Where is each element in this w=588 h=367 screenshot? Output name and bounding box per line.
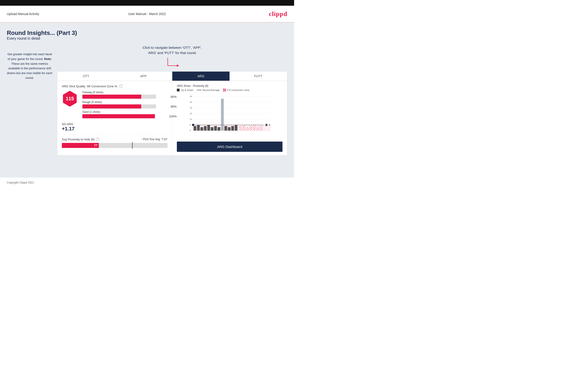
annotation-area: Click to navigate between 'OTT', 'APP','… — [57, 45, 287, 55]
svg-rect-34 — [246, 127, 249, 131]
arg-dashboard-button[interactable]: ARG Dashboard — [177, 142, 283, 152]
tab-ott[interactable]: OTT — [57, 72, 115, 81]
bar-rough-label: Rough (5 shots) — [82, 100, 167, 104]
svg-rect-37 — [257, 127, 259, 131]
upload-label[interactable]: Upload Manual Activity — [7, 12, 39, 16]
bar-sand-track — [82, 114, 155, 118]
svg-text:5: 5 — [190, 124, 191, 126]
sg-section: SG ARG +1.17 — [62, 122, 167, 132]
annotation-text: Click to navigate between 'OTT', 'APP','… — [143, 45, 202, 55]
svg-rect-28 — [225, 126, 227, 131]
prox-label: Avg Proximity to Hole (ft) — [62, 138, 95, 141]
annotation-arrow — [163, 57, 182, 70]
svg-text:15: 15 — [190, 112, 192, 115]
bar-sand-fill — [82, 114, 155, 118]
content-layout: Get greater insight into each facet of y… — [7, 45, 287, 155]
bar-sand-label: Sand (1 shots) — [82, 110, 167, 114]
shot-quality-title: ARG Shot Quality — [62, 84, 85, 88]
svg-text:25: 25 — [190, 101, 192, 103]
svg-rect-35 — [250, 126, 252, 131]
hexagon-badge: 115 — [62, 91, 78, 107]
hex-row: 115 Fairway (5 shots) 80% — [62, 91, 167, 120]
bar-rough-track — [82, 104, 156, 108]
bars-col: Fairway (5 shots) 80% — [82, 91, 167, 120]
card-body: ARG Shot Quality 6ft Conversion Zone % ?… — [57, 81, 287, 155]
insight-note: Note: — [44, 57, 52, 61]
arrow-container — [57, 57, 287, 70]
svg-rect-36 — [253, 125, 256, 131]
tab-putt[interactable]: PUTT — [230, 72, 287, 81]
footer: Copyright Clippd 2021 — [0, 178, 294, 188]
svg-rect-33 — [243, 125, 245, 131]
bar-rough: Rough (5 shots) 80% — [82, 100, 167, 108]
tab-bar: OTT APP ARG PUTT — [57, 72, 287, 81]
svg-marker-2 — [177, 65, 179, 67]
svg-rect-27 — [221, 99, 224, 131]
header: Upload Manual Activity User Manual - Mar… — [0, 6, 294, 23]
svg-rect-32 — [239, 126, 242, 131]
shot-quality-header: ARG Shot Quality 6ft Conversion Zone % ? — [62, 84, 167, 88]
svg-rect-21 — [200, 127, 203, 131]
prox-title: Avg Proximity to Hole (ft) ? — [62, 137, 99, 141]
tab-arg[interactable]: ARG — [172, 72, 230, 81]
legend: Up & Down Round Average 6 ft conversion … — [177, 89, 283, 92]
svg-text:10: 10 — [190, 118, 192, 120]
prox-header: Avg Proximity to Hole (ft) ? ↑ PGA Tour … — [62, 137, 167, 141]
left-panel: ARG Shot Quality 6ft Conversion Zone % ?… — [57, 81, 172, 155]
sg-label: SG ARG — [62, 122, 167, 126]
right-panel: ARG Shots - Proximity (ft) Up & Down Rou… — [172, 81, 287, 155]
right-col: Click to navigate between 'OTT', 'APP','… — [57, 45, 287, 155]
help-icon[interactable]: ? — [119, 84, 123, 88]
svg-rect-29 — [228, 127, 231, 131]
bar-fairway-fill — [82, 95, 141, 99]
tab-app[interactable]: APP — [115, 72, 172, 81]
legend-hatch-icon — [223, 89, 226, 92]
svg-rect-23 — [208, 125, 210, 131]
prox-bar-track: 77' — [62, 143, 167, 148]
main-content: Round Insights... (Part 3) Every round i… — [0, 23, 294, 178]
legend-round-avg: Round Average — [197, 89, 220, 92]
svg-text:30: 30 — [190, 95, 192, 98]
legend-dark-icon — [177, 89, 180, 92]
svg-text:8: 8 — [269, 124, 270, 126]
bar-sand-pct: 100% — [169, 115, 177, 118]
legend-up-down: Up & Down — [177, 89, 193, 92]
legend-conversion-label: 6 ft conversion zone — [227, 89, 249, 92]
prox-help-icon[interactable]: ? — [96, 137, 99, 141]
bar-fairway-track — [82, 95, 156, 99]
page-subtitle: Every round in detail — [7, 36, 287, 41]
legend-conversion: 6 ft conversion zone — [223, 89, 249, 92]
cursor-line — [132, 142, 133, 149]
top-bar — [0, 0, 294, 6]
svg-rect-20 — [197, 125, 200, 131]
pga-avg: ↑ PGA Tour Avg: 7'10" — [141, 138, 167, 141]
legend-dashed-icon — [197, 90, 201, 90]
header-center: User Manual - March 2022 — [128, 12, 166, 16]
page-title: Round Insights... (Part 3) — [7, 29, 287, 36]
sg-value: +1.17 — [62, 126, 167, 132]
insight-box: Get greater insight into each facet of y… — [7, 52, 52, 81]
title-area: Round Insights... (Part 3) Every round i… — [7, 29, 287, 41]
copyright: Copyright Clippd 2021 — [7, 181, 34, 184]
svg-text:0: 0 — [190, 129, 191, 132]
left-col: Get greater insight into each facet of y… — [7, 45, 52, 81]
chart-area: 30 25 20 15 10 5 0 — [177, 94, 283, 139]
legend-round-avg-label: Round Average — [203, 89, 220, 92]
logo: clippd — [269, 10, 287, 17]
bar-sand: Sand (1 shots) 100% — [82, 110, 167, 118]
svg-rect-38 — [260, 126, 263, 131]
prox-bar-value: 77' — [94, 144, 98, 147]
bar-rough-fill — [82, 104, 141, 108]
svg-rect-25 — [214, 126, 217, 131]
bar-rough-pct: 80% — [171, 105, 177, 108]
svg-text:20: 20 — [190, 107, 192, 109]
svg-point-40 — [192, 124, 194, 126]
chart-header: ARG Shots - Proximity (ft) Up & Down Rou… — [177, 84, 283, 92]
conversion-label: 6ft Conversion Zone % — [87, 84, 117, 88]
svg-rect-19 — [194, 126, 197, 131]
svg-rect-26 — [218, 127, 220, 131]
main-card: OTT APP ARG PUTT ARG Shot Quality 6ft Co… — [57, 71, 287, 155]
bar-fairway-pct: 80% — [171, 95, 177, 99]
bar-fairway: Fairway (5 shots) 80% — [82, 91, 167, 99]
legend-up-down-label: Up & Down — [181, 89, 193, 92]
